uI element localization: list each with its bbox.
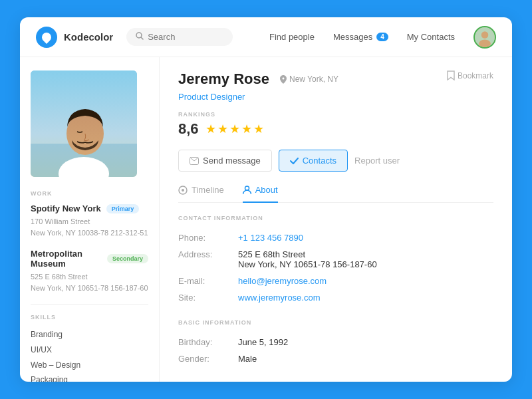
- work-tag-1: Secondary: [107, 254, 148, 263]
- logo-drop-shape: [40, 31, 53, 44]
- stars-display: ★★★★★: [205, 122, 264, 136]
- user-avatar[interactable]: [473, 26, 496, 49]
- work-section-label: WORK: [31, 190, 148, 197]
- my-contacts-link[interactable]: My Contacts: [407, 32, 455, 42]
- search-icon: [136, 32, 144, 42]
- header: Kodecolor Find people Messages 4 My Cont…: [20, 17, 512, 57]
- action-buttons: Send message Contacts Report user: [178, 150, 493, 172]
- basic-info-table: Birthday: June 5, 1992 Gender: Male: [178, 334, 493, 367]
- work-item-1: Metropolitan Museum Secondary 525 E 68th…: [31, 249, 148, 293]
- gender-value: Male: [238, 350, 493, 367]
- profile-name: Jeremy Rose: [178, 70, 269, 88]
- location-text: New York, NY: [289, 74, 338, 84]
- svg-point-3: [481, 31, 489, 39]
- work-name-0: Spotify New York Primary: [31, 203, 148, 213]
- email-value[interactable]: hello@jeremyrose.com: [238, 276, 327, 286]
- work-name-1: Metropolitan Museum Secondary: [31, 249, 148, 269]
- svg-point-12: [182, 189, 184, 192]
- address-row: Address: 525 E 68th StreetNew York, NY 1…: [178, 246, 493, 273]
- send-message-button[interactable]: Send message: [178, 150, 272, 172]
- contact-info-label: CONTACT INFORMATION: [178, 215, 493, 221]
- svg-point-4: [479, 39, 491, 47]
- skill-3: Packaging: [31, 372, 148, 382]
- main-card: Kodecolor Find people Messages 4 My Cont…: [20, 17, 512, 382]
- profile-photo: [31, 70, 137, 177]
- app-name: Kodecolor: [64, 31, 113, 43]
- location: New York, NY: [280, 74, 338, 84]
- address-value: 525 E 68th StreetNew York, NY 10651-78 1…: [238, 246, 493, 273]
- site-value[interactable]: www.jeremyrose.com: [238, 293, 321, 303]
- tab-timeline[interactable]: Timeline: [178, 185, 224, 203]
- bookmark-button[interactable]: Bookmark: [447, 70, 493, 80]
- phone-value[interactable]: +1 123 456 7890: [238, 233, 303, 243]
- contact-info-table: Phone: +1 123 456 7890 Address: 525 E 68…: [178, 229, 493, 306]
- find-people-link[interactable]: Find people: [269, 32, 315, 42]
- email-label: E-mail:: [178, 273, 238, 289]
- profile-title: Product Designer: [178, 92, 493, 102]
- profile-tabs: Timeline About: [178, 185, 493, 203]
- skills-section-label: SKILLS: [31, 314, 148, 321]
- birthday-row: Birthday: June 5, 1992: [178, 334, 493, 350]
- logo-icon: [36, 27, 57, 48]
- search-input[interactable]: [148, 32, 223, 42]
- sidebar: WORK Spotify New York Primary 170 Willia…: [20, 57, 160, 382]
- skill-1: UI/UX: [31, 342, 148, 358]
- svg-line-1: [141, 37, 143, 39]
- address-label: Address:: [178, 246, 238, 273]
- work-address-1: 525 E 68th StreetNew York, NY 10651-78 1…: [31, 271, 148, 293]
- messages-link[interactable]: Messages 4: [333, 32, 388, 42]
- work-item-0: Spotify New York Primary 170 William Str…: [31, 203, 148, 238]
- profile-header: Jeremy Rose New York, NY Bookmark: [178, 70, 493, 88]
- rankings-label: RANKINGS: [178, 111, 493, 118]
- birthday-label: Birthday:: [178, 334, 238, 350]
- logo: Kodecolor: [36, 27, 113, 48]
- main-content: Jeremy Rose New York, NY Bookmark Produc…: [160, 57, 512, 382]
- phone-label: Phone:: [178, 229, 238, 246]
- search-box[interactable]: [126, 28, 233, 46]
- site-label: Site:: [178, 289, 238, 306]
- svg-point-13: [245, 186, 249, 190]
- site-row: Site: www.jeremyrose.com: [178, 289, 493, 306]
- birthday-value: June 5, 1992: [238, 334, 493, 350]
- nav-links: Find people Messages 4 My Contacts: [269, 26, 496, 49]
- ratings-row: 8,6 ★★★★★: [178, 120, 493, 138]
- skill-0: Branding: [31, 327, 148, 342]
- phone-row: Phone: +1 123 456 7890: [178, 229, 493, 246]
- work-tag-0: Primary: [106, 204, 140, 213]
- contacts-button[interactable]: Contacts: [279, 150, 348, 172]
- divider-1: [31, 304, 148, 305]
- work-address-0: 170 William StreetNew York, NY 10038-78 …: [31, 216, 148, 238]
- rating-number: 8,6: [178, 120, 199, 138]
- skills-list: Branding UI/UX Web – Design Packaging Pr…: [31, 327, 148, 382]
- email-row: E-mail: hello@jeremyrose.com: [178, 273, 493, 289]
- gender-label: Gender:: [178, 350, 238, 367]
- skill-2: Web – Design: [31, 358, 148, 373]
- gender-row: Gender: Male: [178, 350, 493, 367]
- report-user-button[interactable]: Report user: [354, 156, 400, 166]
- tab-about[interactable]: About: [243, 185, 278, 203]
- messages-badge: 4: [376, 33, 388, 41]
- basic-info-label: BASIC INFORMATION: [178, 319, 493, 326]
- body: WORK Spotify New York Primary 170 Willia…: [20, 57, 512, 382]
